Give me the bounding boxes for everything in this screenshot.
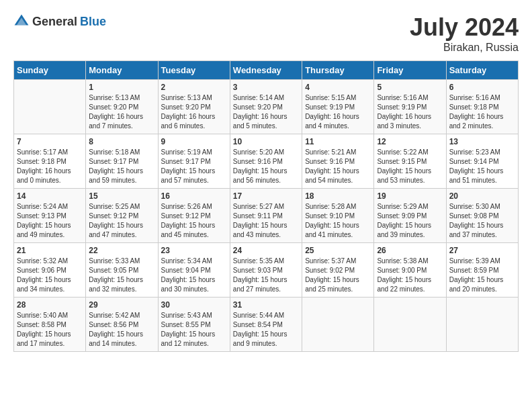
- col-header-sunday: Sunday: [14, 61, 86, 80]
- calendar-cell: 17Sunrise: 5:27 AMSunset: 9:11 PMDayligh…: [230, 189, 302, 243]
- day-info: Sunrise: 5:35 AMSunset: 9:03 PMDaylight:…: [233, 257, 299, 294]
- day-info: Sunrise: 5:43 AMSunset: 8:55 PMDaylight:…: [161, 311, 227, 349]
- logo-general: General: [32, 15, 77, 29]
- col-header-friday: Friday: [374, 61, 446, 80]
- calendar-cell: [446, 298, 518, 352]
- calendar-cell: 15Sunrise: 5:25 AMSunset: 9:12 PMDayligh…: [86, 189, 158, 243]
- calendar-week-2: 7Sunrise: 5:17 AMSunset: 9:18 PMDaylight…: [14, 134, 519, 189]
- day-number: 22: [89, 246, 154, 255]
- col-header-tuesday: Tuesday: [158, 61, 230, 80]
- calendar-cell: 23Sunrise: 5:34 AMSunset: 9:04 PMDayligh…: [158, 243, 230, 298]
- day-number: 17: [233, 191, 299, 201]
- day-info: Sunrise: 5:33 AMSunset: 9:05 PMDaylight:…: [89, 257, 154, 294]
- calendar-cell: 19Sunrise: 5:29 AMSunset: 9:09 PMDayligh…: [374, 189, 446, 243]
- day-info: Sunrise: 5:18 AMSunset: 9:17 PMDaylight:…: [89, 148, 154, 185]
- calendar-header-row: SundayMondayTuesdayWednesdayThursdayFrid…: [14, 61, 519, 80]
- calendar-cell: 27Sunrise: 5:39 AMSunset: 8:59 PMDayligh…: [446, 243, 518, 298]
- calendar-week-4: 21Sunrise: 5:32 AMSunset: 9:06 PMDayligh…: [14, 243, 519, 298]
- calendar-cell: 10Sunrise: 5:20 AMSunset: 9:16 PMDayligh…: [230, 134, 302, 189]
- day-info: Sunrise: 5:29 AMSunset: 9:09 PMDaylight:…: [377, 202, 443, 240]
- day-number: 8: [89, 137, 154, 146]
- calendar-cell: 24Sunrise: 5:35 AMSunset: 9:03 PMDayligh…: [230, 243, 302, 298]
- day-info: Sunrise: 5:26 AMSunset: 9:12 PMDaylight:…: [161, 202, 227, 240]
- day-number: 5: [377, 83, 443, 92]
- calendar-cell: 26Sunrise: 5:38 AMSunset: 9:00 PMDayligh…: [374, 243, 446, 298]
- logo-icon: [13, 13, 30, 30]
- day-info: Sunrise: 5:13 AMSunset: 9:20 PMDaylight:…: [89, 93, 154, 131]
- day-info: Sunrise: 5:30 AMSunset: 9:08 PMDaylight:…: [449, 202, 515, 240]
- month-title: July 2024: [410, 13, 519, 42]
- calendar-cell: 20Sunrise: 5:30 AMSunset: 9:08 PMDayligh…: [446, 189, 518, 243]
- day-number: 26: [377, 246, 443, 255]
- day-info: Sunrise: 5:15 AMSunset: 9:19 PMDaylight:…: [305, 93, 371, 131]
- day-number: 25: [305, 246, 371, 255]
- day-info: Sunrise: 5:27 AMSunset: 9:11 PMDaylight:…: [233, 202, 299, 240]
- day-number: 27: [449, 246, 515, 255]
- day-number: 20: [449, 191, 515, 201]
- calendar-cell: 16Sunrise: 5:26 AMSunset: 9:12 PMDayligh…: [158, 189, 230, 243]
- col-header-monday: Monday: [86, 61, 158, 80]
- page-header: GeneralBlue July 2024 Birakan, Russia: [13, 13, 519, 54]
- day-info: Sunrise: 5:34 AMSunset: 9:04 PMDaylight:…: [161, 257, 227, 294]
- day-info: Sunrise: 5:38 AMSunset: 9:00 PMDaylight:…: [377, 257, 443, 294]
- day-number: 28: [17, 300, 83, 310]
- calendar-cell: 9Sunrise: 5:19 AMSunset: 9:17 PMDaylight…: [158, 134, 230, 189]
- calendar-body: 1Sunrise: 5:13 AMSunset: 9:20 PMDaylight…: [14, 80, 519, 352]
- calendar-cell: [302, 298, 374, 352]
- day-number: 29: [89, 300, 154, 310]
- day-info: Sunrise: 5:37 AMSunset: 9:02 PMDaylight:…: [305, 257, 371, 294]
- calendar-cell: 4Sunrise: 5:15 AMSunset: 9:19 PMDaylight…: [302, 80, 374, 134]
- day-info: Sunrise: 5:22 AMSunset: 9:15 PMDaylight:…: [377, 148, 443, 185]
- location-title: Birakan, Russia: [410, 42, 519, 54]
- day-info: Sunrise: 5:23 AMSunset: 9:14 PMDaylight:…: [449, 148, 515, 185]
- day-number: 23: [161, 246, 227, 255]
- day-info: Sunrise: 5:40 AMSunset: 8:58 PMDaylight:…: [17, 311, 83, 349]
- day-info: Sunrise: 5:24 AMSunset: 9:13 PMDaylight:…: [17, 202, 83, 240]
- day-info: Sunrise: 5:17 AMSunset: 9:18 PMDaylight:…: [17, 148, 83, 185]
- calendar-cell: 8Sunrise: 5:18 AMSunset: 9:17 PMDaylight…: [86, 134, 158, 189]
- logo: GeneralBlue: [13, 13, 106, 30]
- calendar-cell: 1Sunrise: 5:13 AMSunset: 9:20 PMDaylight…: [86, 80, 158, 134]
- calendar-week-3: 14Sunrise: 5:24 AMSunset: 9:13 PMDayligh…: [14, 189, 519, 243]
- day-info: Sunrise: 5:16 AMSunset: 9:19 PMDaylight:…: [377, 93, 443, 131]
- calendar-cell: 28Sunrise: 5:40 AMSunset: 8:58 PMDayligh…: [14, 298, 86, 352]
- day-info: Sunrise: 5:21 AMSunset: 9:16 PMDaylight:…: [305, 148, 371, 185]
- col-header-thursday: Thursday: [302, 61, 374, 80]
- day-number: 21: [17, 246, 83, 255]
- day-info: Sunrise: 5:32 AMSunset: 9:06 PMDaylight:…: [17, 257, 83, 294]
- calendar-cell: 3Sunrise: 5:14 AMSunset: 9:20 PMDaylight…: [230, 80, 302, 134]
- calendar-cell: 21Sunrise: 5:32 AMSunset: 9:06 PMDayligh…: [14, 243, 86, 298]
- calendar-table: SundayMondayTuesdayWednesdayThursdayFrid…: [13, 60, 519, 352]
- calendar-cell: 30Sunrise: 5:43 AMSunset: 8:55 PMDayligh…: [158, 298, 230, 352]
- calendar-cell: 18Sunrise: 5:28 AMSunset: 9:10 PMDayligh…: [302, 189, 374, 243]
- calendar-week-1: 1Sunrise: 5:13 AMSunset: 9:20 PMDaylight…: [14, 80, 519, 134]
- col-header-wednesday: Wednesday: [230, 61, 302, 80]
- day-info: Sunrise: 5:28 AMSunset: 9:10 PMDaylight:…: [305, 202, 371, 240]
- calendar-cell: 14Sunrise: 5:24 AMSunset: 9:13 PMDayligh…: [14, 189, 86, 243]
- day-number: 30: [161, 300, 227, 310]
- calendar-cell: 5Sunrise: 5:16 AMSunset: 9:19 PMDaylight…: [374, 80, 446, 134]
- calendar-cell: 7Sunrise: 5:17 AMSunset: 9:18 PMDaylight…: [14, 134, 86, 189]
- day-info: Sunrise: 5:19 AMSunset: 9:17 PMDaylight:…: [161, 148, 227, 185]
- day-number: 9: [161, 137, 227, 146]
- day-info: Sunrise: 5:39 AMSunset: 8:59 PMDaylight:…: [449, 257, 515, 294]
- day-number: 14: [17, 191, 83, 201]
- day-info: Sunrise: 5:44 AMSunset: 8:54 PMDaylight:…: [233, 311, 299, 349]
- day-number: 18: [305, 191, 371, 201]
- calendar-cell: [374, 298, 446, 352]
- day-info: Sunrise: 5:25 AMSunset: 9:12 PMDaylight:…: [89, 202, 154, 240]
- day-number: 31: [233, 300, 299, 310]
- day-number: 3: [233, 83, 299, 92]
- calendar-cell: 13Sunrise: 5:23 AMSunset: 9:14 PMDayligh…: [446, 134, 518, 189]
- day-number: 1: [89, 83, 154, 92]
- calendar-cell: 6Sunrise: 5:16 AMSunset: 9:18 PMDaylight…: [446, 80, 518, 134]
- calendar-cell: 12Sunrise: 5:22 AMSunset: 9:15 PMDayligh…: [374, 134, 446, 189]
- calendar-week-5: 28Sunrise: 5:40 AMSunset: 8:58 PMDayligh…: [14, 298, 519, 352]
- day-info: Sunrise: 5:14 AMSunset: 9:20 PMDaylight:…: [233, 93, 299, 131]
- logo-blue: Blue: [80, 15, 106, 29]
- day-number: 12: [377, 137, 443, 146]
- day-number: 13: [449, 137, 515, 146]
- calendar-cell: 2Sunrise: 5:13 AMSunset: 9:20 PMDaylight…: [158, 80, 230, 134]
- day-number: 4: [305, 83, 371, 92]
- day-info: Sunrise: 5:42 AMSunset: 8:56 PMDaylight:…: [89, 311, 154, 349]
